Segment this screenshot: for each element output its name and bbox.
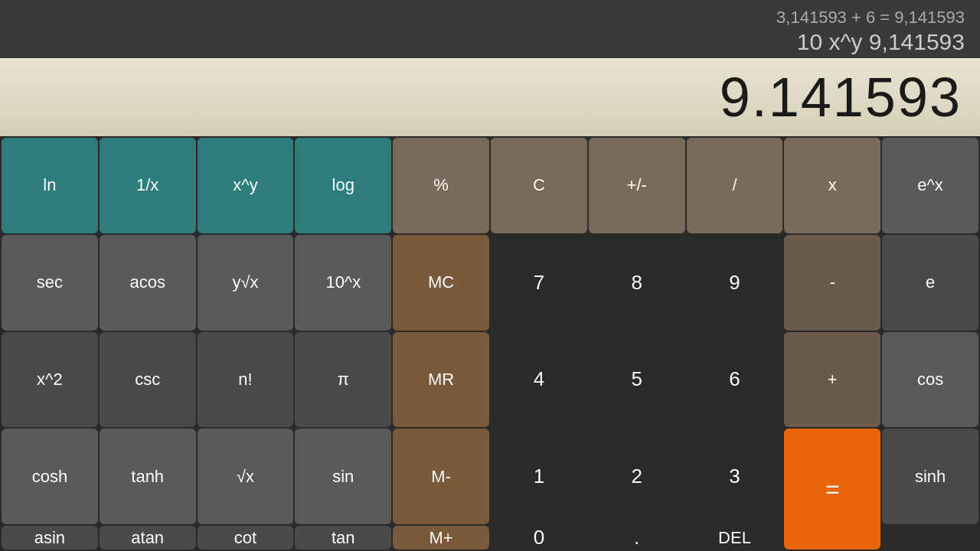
negate-button[interactable]: +/-: [589, 138, 685, 233]
6-button[interactable]: 6: [687, 332, 783, 428]
divide-button[interactable]: /: [687, 138, 783, 233]
5-button[interactable]: 5: [589, 332, 685, 428]
epowx-button[interactable]: e^x: [882, 138, 978, 233]
sinh-button[interactable]: sinh: [882, 429, 978, 524]
xpowy-button[interactable]: x^y: [198, 138, 294, 233]
equals-button[interactable]: =: [784, 429, 880, 549]
tanh-button[interactable]: tanh: [100, 429, 196, 524]
clear-button[interactable]: C: [491, 138, 587, 233]
sec-button[interactable]: sec: [2, 235, 98, 331]
factorial-button[interactable]: n!: [198, 332, 294, 428]
tenpowx-button[interactable]: 10^x: [295, 235, 391, 331]
percent-button[interactable]: %: [393, 138, 489, 233]
button-grid: ln 1/x x^y log % C +/- / x e^x sec acos …: [0, 136, 980, 551]
4-button[interactable]: 4: [491, 332, 587, 428]
0-button[interactable]: 0: [491, 526, 587, 549]
csc-button[interactable]: csc: [100, 332, 196, 428]
del-button[interactable]: DEL: [687, 526, 783, 549]
decimal-button[interactable]: .: [589, 526, 685, 549]
sqrt-button[interactable]: √x: [198, 429, 294, 524]
tan-button[interactable]: tan: [295, 526, 391, 549]
subtract-button[interactable]: -: [784, 235, 880, 331]
asin-button[interactable]: asin: [2, 526, 98, 549]
reciprocal-button[interactable]: 1/x: [100, 138, 196, 233]
1-button[interactable]: 1: [491, 429, 587, 524]
mminus-button[interactable]: M-: [393, 429, 489, 524]
mr-button[interactable]: MR: [393, 332, 489, 428]
sin-button[interactable]: sin: [295, 429, 391, 524]
yroot-button[interactable]: y√x: [198, 235, 294, 331]
display-value: 9.141593: [720, 66, 962, 129]
calculator-app: 3,141593 + 6 = 9,141593 10 x^y 9,141593 …: [0, 0, 980, 551]
xsq-button[interactable]: x^2: [2, 332, 98, 428]
acos-button[interactable]: acos: [100, 235, 196, 331]
3-button[interactable]: 3: [687, 429, 783, 524]
cos-button[interactable]: cos: [882, 332, 978, 428]
pi-button[interactable]: π: [295, 332, 391, 428]
9-button[interactable]: 9: [687, 235, 783, 331]
atan-button[interactable]: atan: [100, 526, 196, 549]
7-button[interactable]: 7: [491, 235, 587, 331]
mplus-button[interactable]: M+: [393, 526, 489, 549]
history-line1: 3,141593 + 6 = 9,141593: [776, 8, 965, 28]
mc-button[interactable]: MC: [393, 235, 489, 331]
ln-button[interactable]: ln: [2, 138, 98, 233]
cot-button[interactable]: cot: [198, 526, 294, 549]
multiply-button[interactable]: x: [784, 138, 880, 233]
history-area: 3,141593 + 6 = 9,141593 10 x^y 9,141593: [0, 0, 980, 58]
display: 9.141593: [0, 58, 980, 136]
cosh-button[interactable]: cosh: [2, 429, 98, 524]
8-button[interactable]: 8: [589, 235, 685, 331]
e-button[interactable]: e: [882, 235, 978, 331]
log-button[interactable]: log: [295, 138, 391, 233]
2-button[interactable]: 2: [589, 429, 685, 524]
history-line2: 10 x^y 9,141593: [797, 29, 965, 55]
add-button[interactable]: +: [784, 332, 880, 428]
